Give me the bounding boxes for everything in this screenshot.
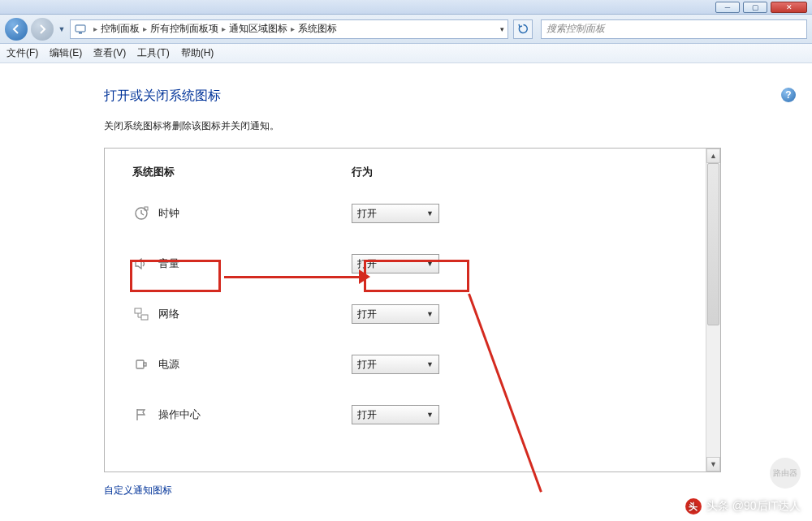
- menu-file[interactable]: 文件(F): [6, 46, 38, 60]
- breadcrumb-dropdown[interactable]: ▾: [500, 25, 504, 33]
- watermark-badge: 路由器: [770, 458, 801, 489]
- navigation-bar: ▼ ▸ 控制面板 ▸ 所有控制面板项 ▸ 通知区域图标 ▸ 系统图标 ▾ 搜索控…: [0, 15, 812, 44]
- search-input[interactable]: 搜索控制面板: [541, 19, 807, 39]
- svg-rect-4: [135, 308, 141, 313]
- chevron-down-icon: ▼: [426, 310, 434, 318]
- nav-history-dropdown[interactable]: ▼: [57, 18, 67, 41]
- chevron-down-icon: ▼: [426, 260, 434, 268]
- behavior-dropdown-action-center[interactable]: 打开▼: [352, 405, 439, 424]
- scroll-thumb[interactable]: [707, 163, 719, 325]
- column-header-behavior: 行为: [352, 165, 373, 179]
- table-row: 操作中心 打开▼: [132, 402, 693, 428]
- menu-edit[interactable]: 编辑(E): [50, 46, 82, 60]
- chevron-down-icon: ▼: [426, 360, 434, 368]
- breadcrumb-item[interactable]: 系统图标: [298, 22, 337, 36]
- svg-rect-0: [76, 25, 85, 32]
- monitor-icon: [74, 23, 87, 36]
- breadcrumb-item[interactable]: 通知区域图标: [229, 22, 287, 36]
- menu-bar: 文件(F) 编辑(E) 查看(V) 工具(T) 帮助(H): [0, 44, 812, 63]
- watermark: 头 头条 @90后IT达人: [685, 498, 801, 515]
- breadcrumb-item[interactable]: 所有控制面板项: [150, 22, 218, 36]
- column-header-icon: 系统图标: [132, 165, 352, 179]
- breadcrumb-sep: ▸: [143, 24, 147, 33]
- behavior-dropdown-power[interactable]: 打开▼: [352, 355, 439, 374]
- annotation-arrow: [224, 276, 364, 278]
- network-icon: [132, 305, 150, 323]
- breadcrumb-item[interactable]: 控制面板: [101, 22, 140, 36]
- maximize-button[interactable]: ▢: [743, 2, 767, 13]
- behavior-dropdown-clock[interactable]: 打开▼: [352, 204, 439, 223]
- customize-link[interactable]: 自定义通知图标: [104, 484, 172, 497]
- page-subtext: 关闭系统图标将删除该图标并关闭通知。: [104, 119, 812, 133]
- menu-view[interactable]: 查看(V): [93, 46, 126, 60]
- breadcrumb-sep: ▸: [291, 24, 295, 33]
- refresh-button[interactable]: [513, 19, 533, 39]
- help-icon[interactable]: ?: [781, 88, 796, 102]
- menu-help[interactable]: 帮助(H): [181, 46, 214, 60]
- svg-rect-5: [141, 315, 148, 320]
- svg-rect-6: [136, 360, 144, 368]
- row-label: 时钟: [158, 206, 352, 221]
- power-icon: [132, 355, 150, 373]
- forward-button[interactable]: [31, 18, 54, 41]
- table-row: 电源 打开▼: [132, 351, 693, 377]
- scrollbar[interactable]: ▲ ▼: [706, 149, 720, 471]
- menu-tools[interactable]: 工具(T): [137, 46, 169, 60]
- table-row: 音量 打开▼: [132, 251, 693, 277]
- volume-icon: [132, 255, 150, 273]
- page-title: 打开或关闭系统图标: [104, 88, 812, 105]
- table-row: 网络 打开▼: [132, 301, 693, 327]
- scroll-down-button[interactable]: ▼: [706, 457, 720, 471]
- toutiao-icon: 头: [685, 498, 702, 515]
- svg-rect-7: [144, 363, 146, 366]
- row-label: 操作中心: [158, 407, 352, 422]
- scroll-up-button[interactable]: ▲: [706, 149, 720, 163]
- row-label: 电源: [158, 357, 352, 372]
- svg-rect-1: [79, 32, 82, 34]
- chevron-down-icon: ▼: [426, 209, 434, 217]
- row-label: 音量: [158, 256, 352, 271]
- close-button[interactable]: ✕: [771, 2, 807, 13]
- breadcrumb-sep: ▸: [93, 24, 97, 33]
- search-placeholder: 搜索控制面板: [546, 22, 605, 36]
- row-label: 网络: [158, 307, 352, 321]
- behavior-dropdown-network[interactable]: 打开▼: [352, 304, 439, 324]
- back-button[interactable]: [5, 18, 28, 41]
- content-area: ? 打开或关闭系统图标 关闭系统图标将删除该图标并关闭通知。 系统图标 行为 时…: [0, 63, 812, 497]
- annotation-arrow-head: [359, 269, 370, 284]
- breadcrumb-sep: ▸: [222, 24, 226, 33]
- clock-icon: [132, 205, 150, 222]
- chevron-down-icon: ▼: [426, 411, 434, 419]
- table-row: 时钟 打开▼: [132, 200, 693, 226]
- breadcrumb[interactable]: ▸ 控制面板 ▸ 所有控制面板项 ▸ 通知区域图标 ▸ 系统图标 ▾: [70, 19, 508, 39]
- window-titlebar: ─ ▢ ✕: [0, 0, 812, 15]
- flag-icon: [132, 406, 150, 424]
- settings-panel: 系统图标 行为 时钟 打开▼ 音量 打开▼: [104, 148, 721, 472]
- minimize-button[interactable]: ─: [715, 2, 740, 13]
